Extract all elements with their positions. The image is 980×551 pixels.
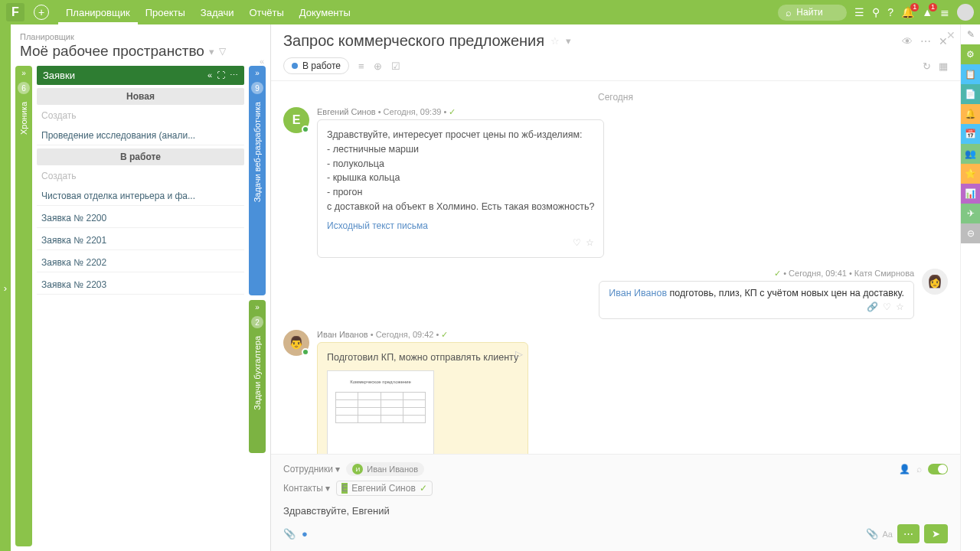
online-dot-icon [302, 348, 309, 356]
task-card[interactable]: Проведение исследования (анали... [37, 126, 244, 145]
collapse-sidebar-icon[interactable]: « [260, 57, 264, 66]
close-composer-icon[interactable]: ✕ [946, 29, 956, 41]
nav-projects[interactable]: Проекты [138, 1, 193, 24]
message-bubble[interactable]: Здравствуйте, интересует просчет цены по… [317, 119, 604, 258]
chevrons-icon: » [255, 303, 260, 311]
column-label: Задачи веб-разработчика [253, 102, 262, 202]
task-card[interactable]: Чистовая отделка интерьера и фа... [37, 187, 244, 206]
person-icon[interactable]: 👤 [899, 464, 910, 474]
toggle-switch[interactable] [928, 464, 948, 474]
avatar[interactable]: 👩 [922, 269, 948, 295]
task-card[interactable]: Заявка № 2203 [37, 276, 244, 295]
more-icon[interactable]: ⋯ [920, 35, 931, 47]
task-card[interactable]: Заявка № 2201 [37, 231, 244, 250]
message-input[interactable] [283, 500, 948, 521]
column-tab-accountant[interactable]: » 2 Задачи бухгалтера [249, 300, 266, 453]
like-icon[interactable]: ♡ [883, 302, 891, 312]
original-email-link[interactable]: Исходный текст письма [327, 219, 594, 233]
message-bubble[interactable]: Иван Иванов подготовь, плиз, КП с учётом… [599, 281, 914, 319]
rail-item[interactable]: 📄 [961, 84, 980, 104]
status-selector[interactable]: В работе [283, 57, 349, 74]
app-logo[interactable]: F [6, 3, 24, 21]
rail-item[interactable]: 📋 [961, 64, 980, 84]
expand-icon[interactable]: ⛶ [217, 70, 225, 80]
star-icon[interactable]: ☆ [550, 35, 560, 47]
send-button[interactable]: ➤ [924, 524, 948, 543]
refresh-icon[interactable]: ↻ [923, 60, 931, 72]
create-link-new[interactable]: Создать [37, 108, 244, 123]
pin-icon[interactable]: ▷ [515, 347, 523, 362]
collapse-column-icon[interactable]: « [207, 70, 212, 80]
chevrons-icon: » [21, 69, 26, 77]
link-icon[interactable]: 🔗 [867, 302, 878, 312]
pin-icon[interactable]: ⚲ [872, 6, 880, 18]
search-input[interactable] [796, 7, 842, 18]
layers-icon[interactable]: ≣ [940, 6, 949, 18]
message-composer: ✕ Сотрудники ▾ ИИван Иванов 👤 ⌕ Контакты… [271, 454, 960, 551]
notification-icon[interactable]: ▲1 [922, 6, 933, 18]
task-card[interactable]: Заявка № 2200 [37, 209, 244, 228]
text-format-icon[interactable]: Aa [883, 530, 893, 539]
dropdown-icon[interactable]: ▾ [209, 46, 214, 57]
message-text: Здравствуйте, интересует просчет цены по… [327, 128, 594, 214]
visibility-icon[interactable]: 👁 [902, 35, 913, 47]
attach-icon[interactable]: 📎 [283, 528, 296, 540]
left-rail-expand[interactable]: › [0, 24, 11, 551]
add-button[interactable]: + [34, 5, 49, 20]
search-icon: ⌕ [786, 7, 792, 18]
message-bubble[interactable]: ▷ Подготовил КП, можно отправлять клиент… [317, 342, 528, 455]
status-dot-icon [292, 63, 298, 69]
create-link-work[interactable]: Создать [37, 168, 244, 184]
attachment-preview[interactable]: Коммерческое предложение PDF [327, 370, 434, 454]
sidebar: Планировщик Моё рабочее пространство ▾ ▽… [11, 24, 271, 551]
section-work: В работе [37, 148, 244, 165]
user-avatar[interactable] [957, 4, 974, 21]
checklist-icon[interactable]: ☑ [391, 60, 400, 72]
blue-dot-icon: ● [302, 528, 308, 540]
nav-reports[interactable]: Отчёты [241, 1, 291, 24]
rail-edit-icon[interactable]: ✎ [961, 24, 980, 44]
contacts-dropdown[interactable]: Контакты ▾ [283, 483, 330, 494]
employees-dropdown[interactable]: Сотрудники ▾ [283, 464, 340, 474]
column-tab-chronicle[interactable]: » 6 Хроника [15, 66, 32, 546]
nav-planner[interactable]: Планировщик [58, 1, 138, 24]
rail-item[interactable]: ⚙ [961, 44, 980, 64]
calendar-icon[interactable]: ▦ [939, 60, 948, 72]
nav-tasks[interactable]: Задачи [193, 1, 242, 24]
more-icon[interactable]: ⋯ [230, 70, 238, 80]
rail-item[interactable]: 📅 [961, 124, 980, 144]
bell-icon[interactable]: 🔔1 [901, 6, 914, 18]
column-count: 9 [251, 82, 263, 94]
task-panel: Запрос коммерческого предложения ☆ ▾ 👁 ⋯… [271, 24, 960, 551]
help-icon[interactable]: ? [887, 6, 893, 18]
clip-icon[interactable]: 📎 [866, 528, 878, 540]
employee-chip[interactable]: ИИван Иванов [346, 462, 424, 476]
check-icon: ✓ [441, 330, 448, 339]
contact-chip[interactable]: Е Евгений Синов ✓ [336, 481, 433, 496]
column-header[interactable]: Заявки « ⛶ ⋯ [37, 66, 244, 85]
star-icon[interactable]: ☆ [896, 302, 904, 312]
add-field-icon[interactable]: ⊕ [374, 60, 382, 72]
description-icon[interactable]: ≡ [358, 60, 364, 72]
rail-item[interactable]: 👥 [961, 144, 980, 164]
task-card[interactable]: Заявка № 2202 [37, 253, 244, 272]
rail-item[interactable]: ⭐ [961, 164, 980, 184]
column-tab-webdev[interactable]: » 9 Задачи веб-разработчика [249, 66, 266, 295]
star-icon[interactable]: ☆ [586, 236, 594, 249]
avatar[interactable]: 👨 [283, 330, 309, 356]
rail-item[interactable]: ⊖ [961, 223, 980, 243]
menu-icon[interactable]: ☰ [854, 6, 864, 18]
dropdown-icon[interactable]: ▾ [566, 35, 571, 47]
mention-link[interactable]: Иван Иванов [609, 288, 667, 298]
rail-item[interactable]: 📊 [961, 184, 980, 204]
filter-icon[interactable]: ▽ [219, 46, 226, 57]
rail-item[interactable]: 🔔 [961, 104, 980, 124]
avatar[interactable]: Е [283, 107, 309, 133]
message-incoming: 👨 Иван Иванов • Сегодня, 09:42 • ✓ ▷ Под… [283, 330, 948, 455]
nav-documents[interactable]: Документы [292, 1, 358, 24]
rail-item[interactable]: ✈ [961, 204, 980, 223]
like-icon[interactable]: ♡ [573, 236, 581, 249]
search-icon[interactable]: ⌕ [916, 464, 922, 474]
search-box[interactable]: ⌕ [778, 5, 847, 21]
more-options-button[interactable]: ⋯ [897, 524, 920, 543]
